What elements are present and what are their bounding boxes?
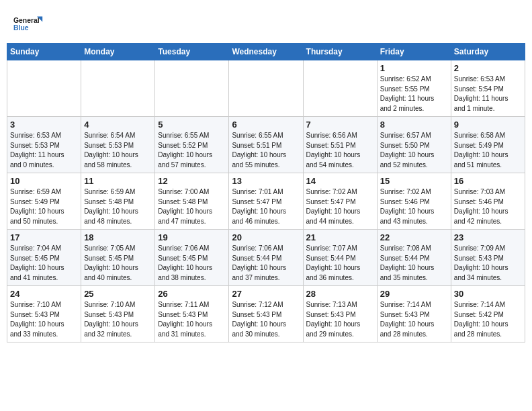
calendar-day-cell: 20Sunrise: 7:06 AM Sunset: 5:44 PM Dayli… (229, 230, 303, 286)
day-number: 20 (232, 232, 300, 242)
calendar-day-cell: 11Sunrise: 6:59 AM Sunset: 5:48 PM Dayli… (81, 173, 155, 230)
day-info: Sunrise: 6:56 AM Sunset: 5:51 PM Dayligh… (306, 131, 374, 170)
day-number: 26 (158, 289, 226, 299)
day-info: Sunrise: 7:03 AM Sunset: 5:46 PM Dayligh… (454, 187, 522, 226)
weekday-header-row: SundayMondayTuesdayWednesdayThursdayFrid… (7, 44, 525, 60)
calendar-week-row: 1Sunrise: 6:52 AM Sunset: 5:55 PM Daylig… (7, 60, 525, 117)
day-number: 19 (158, 232, 226, 242)
svg-text:Blue: Blue (13, 24, 29, 32)
svg-text:General: General (13, 17, 40, 24)
calendar-day-cell: 6Sunrise: 6:55 AM Sunset: 5:51 PM Daylig… (229, 117, 303, 173)
calendar-day-cell: 13Sunrise: 7:01 AM Sunset: 5:47 PM Dayli… (229, 173, 303, 230)
day-number: 6 (232, 120, 300, 130)
calendar-day-cell (155, 60, 229, 117)
calendar-day-cell: 16Sunrise: 7:03 AM Sunset: 5:46 PM Dayli… (451, 173, 525, 230)
day-number: 8 (380, 120, 448, 130)
day-info: Sunrise: 7:05 AM Sunset: 5:45 PM Dayligh… (84, 244, 152, 283)
day-number: 28 (306, 289, 374, 299)
weekday-header-cell: Thursday (303, 44, 377, 60)
day-number: 13 (232, 176, 300, 186)
calendar-day-cell: 19Sunrise: 7:06 AM Sunset: 5:45 PM Dayli… (155, 230, 229, 286)
day-info: Sunrise: 7:00 AM Sunset: 5:48 PM Dayligh… (158, 187, 226, 226)
calendar-day-cell (303, 60, 377, 117)
calendar-day-cell: 1Sunrise: 6:52 AM Sunset: 5:55 PM Daylig… (377, 60, 451, 117)
day-info: Sunrise: 7:11 AM Sunset: 5:43 PM Dayligh… (158, 300, 226, 339)
day-number: 15 (380, 176, 448, 186)
day-number: 14 (306, 176, 374, 186)
day-info: Sunrise: 6:53 AM Sunset: 5:53 PM Dayligh… (10, 131, 78, 170)
day-number: 1 (380, 63, 448, 73)
day-number: 2 (454, 63, 522, 73)
calendar-week-row: 17Sunrise: 7:04 AM Sunset: 5:45 PM Dayli… (7, 230, 525, 286)
calendar-day-cell: 29Sunrise: 7:14 AM Sunset: 5:43 PM Dayli… (377, 286, 451, 342)
day-number: 24 (10, 289, 78, 299)
day-number: 11 (84, 176, 152, 186)
calendar-week-row: 3Sunrise: 6:53 AM Sunset: 5:53 PM Daylig… (7, 117, 525, 173)
day-number: 18 (84, 232, 152, 242)
calendar-day-cell: 28Sunrise: 7:13 AM Sunset: 5:43 PM Dayli… (303, 286, 377, 342)
calendar-day-cell: 9Sunrise: 6:58 AM Sunset: 5:49 PM Daylig… (451, 117, 525, 173)
weekday-header-cell: Saturday (451, 44, 525, 60)
calendar-day-cell: 5Sunrise: 6:55 AM Sunset: 5:52 PM Daylig… (155, 117, 229, 173)
calendar-week-row: 24Sunrise: 7:10 AM Sunset: 5:43 PM Dayli… (7, 286, 525, 342)
day-number: 3 (10, 120, 78, 130)
day-number: 17 (10, 232, 78, 242)
calendar-day-cell: 10Sunrise: 6:59 AM Sunset: 5:49 PM Dayli… (7, 173, 81, 230)
day-number: 16 (454, 176, 522, 186)
day-info: Sunrise: 7:02 AM Sunset: 5:47 PM Dayligh… (306, 187, 374, 226)
day-info: Sunrise: 7:06 AM Sunset: 5:45 PM Dayligh… (158, 244, 226, 283)
day-number: 29 (380, 289, 448, 299)
day-number: 21 (306, 232, 374, 242)
calendar-day-cell: 17Sunrise: 7:04 AM Sunset: 5:45 PM Dayli… (7, 230, 81, 286)
day-number: 9 (454, 120, 522, 130)
day-info: Sunrise: 7:01 AM Sunset: 5:47 PM Dayligh… (232, 187, 300, 226)
weekday-header-cell: Wednesday (229, 44, 303, 60)
logo: General Blue (13, 12, 46, 39)
day-info: Sunrise: 7:10 AM Sunset: 5:43 PM Dayligh… (10, 300, 78, 339)
calendar-day-cell: 4Sunrise: 6:54 AM Sunset: 5:53 PM Daylig… (81, 117, 155, 173)
day-number: 10 (10, 176, 78, 186)
calendar-day-cell: 14Sunrise: 7:02 AM Sunset: 5:47 PM Dayli… (303, 173, 377, 230)
calendar-day-cell: 27Sunrise: 7:12 AM Sunset: 5:43 PM Dayli… (229, 286, 303, 342)
day-number: 22 (380, 232, 448, 242)
calendar-day-cell (7, 60, 81, 117)
calendar-day-cell: 2Sunrise: 6:53 AM Sunset: 5:54 PM Daylig… (451, 60, 525, 117)
day-info: Sunrise: 6:52 AM Sunset: 5:55 PM Dayligh… (380, 75, 448, 113)
calendar-day-cell (229, 60, 303, 117)
day-info: Sunrise: 6:55 AM Sunset: 5:52 PM Dayligh… (158, 131, 226, 170)
calendar-day-cell: 25Sunrise: 7:10 AM Sunset: 5:43 PM Dayli… (81, 286, 155, 342)
day-info: Sunrise: 6:58 AM Sunset: 5:49 PM Dayligh… (454, 131, 522, 170)
day-info: Sunrise: 6:53 AM Sunset: 5:54 PM Dayligh… (454, 75, 522, 113)
day-info: Sunrise: 7:09 AM Sunset: 5:43 PM Dayligh… (454, 244, 522, 283)
day-info: Sunrise: 7:13 AM Sunset: 5:43 PM Dayligh… (306, 300, 374, 339)
day-info: Sunrise: 7:08 AM Sunset: 5:44 PM Dayligh… (380, 244, 448, 283)
page-header: General Blue (7, 7, 525, 43)
day-number: 27 (232, 289, 300, 299)
day-info: Sunrise: 7:10 AM Sunset: 5:43 PM Dayligh… (84, 300, 152, 339)
calendar-day-cell: 22Sunrise: 7:08 AM Sunset: 5:44 PM Dayli… (377, 230, 451, 286)
day-info: Sunrise: 7:12 AM Sunset: 5:43 PM Dayligh… (232, 300, 300, 339)
calendar-day-cell: 30Sunrise: 7:14 AM Sunset: 5:42 PM Dayli… (451, 286, 525, 342)
day-info: Sunrise: 7:06 AM Sunset: 5:44 PM Dayligh… (232, 244, 300, 283)
calendar-day-cell: 3Sunrise: 6:53 AM Sunset: 5:53 PM Daylig… (7, 117, 81, 173)
weekday-header-cell: Sunday (7, 44, 81, 60)
day-number: 7 (306, 120, 374, 130)
calendar-day-cell: 7Sunrise: 6:56 AM Sunset: 5:51 PM Daylig… (303, 117, 377, 173)
calendar-week-row: 10Sunrise: 6:59 AM Sunset: 5:49 PM Dayli… (7, 173, 525, 230)
day-number: 4 (84, 120, 152, 130)
calendar-day-cell: 24Sunrise: 7:10 AM Sunset: 5:43 PM Dayli… (7, 286, 81, 342)
day-info: Sunrise: 6:57 AM Sunset: 5:50 PM Dayligh… (380, 131, 448, 170)
day-info: Sunrise: 7:14 AM Sunset: 5:43 PM Dayligh… (380, 300, 448, 339)
calendar-day-cell: 15Sunrise: 7:02 AM Sunset: 5:46 PM Dayli… (377, 173, 451, 230)
weekday-header-cell: Friday (377, 44, 451, 60)
calendar-day-cell: 12Sunrise: 7:00 AM Sunset: 5:48 PM Dayli… (155, 173, 229, 230)
day-number: 23 (454, 232, 522, 242)
day-number: 30 (454, 289, 522, 299)
day-info: Sunrise: 7:07 AM Sunset: 5:44 PM Dayligh… (306, 244, 374, 283)
weekday-header-cell: Monday (81, 44, 155, 60)
calendar-body: 1Sunrise: 6:52 AM Sunset: 5:55 PM Daylig… (7, 60, 525, 342)
calendar-day-cell: 18Sunrise: 7:05 AM Sunset: 5:45 PM Dayli… (81, 230, 155, 286)
calendar-day-cell: 8Sunrise: 6:57 AM Sunset: 5:50 PM Daylig… (377, 117, 451, 173)
day-info: Sunrise: 6:59 AM Sunset: 5:49 PM Dayligh… (10, 187, 78, 226)
day-number: 25 (84, 289, 152, 299)
